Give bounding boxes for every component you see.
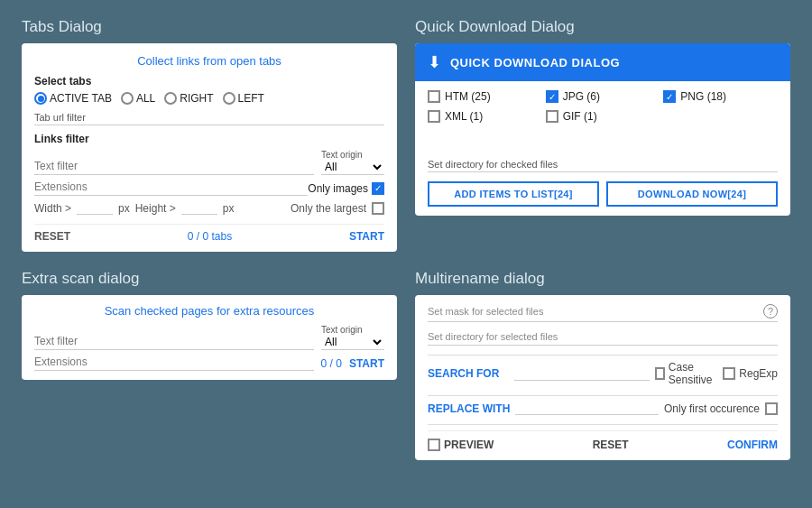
links-filter-label: Links filter xyxy=(34,133,384,145)
mr-confirm-button[interactable]: CONFIRM xyxy=(727,439,778,451)
mr-reset-button[interactable]: RESET xyxy=(593,439,629,451)
mr-replace-row: REPLACE WITH Only first occurence xyxy=(428,402,778,415)
png-checkbox[interactable]: ✓ xyxy=(663,90,676,103)
select-tabs-label: Select tabs xyxy=(34,75,384,88)
mr-search-row: SEARCH FOR Case Sensitive RegExp xyxy=(428,361,778,386)
text-filter-row: Text origin All URL Title Alt xyxy=(34,150,384,175)
jpg-label: JPG (6) xyxy=(563,90,600,103)
radio-right[interactable]: RIGHT xyxy=(164,92,213,105)
jpg-checkbox[interactable]: ✓ xyxy=(546,90,558,103)
search-for-label: SEARCH FOR xyxy=(428,367,509,380)
extensions-input[interactable]: Extensions xyxy=(34,180,308,196)
radio-circle-right xyxy=(164,92,177,105)
only-images-checkbox[interactable]: ✓ xyxy=(372,182,384,195)
preview-checkbox[interactable] xyxy=(428,439,440,451)
mr-bottom-row: PREVIEW RESET CONFIRM xyxy=(428,430,778,451)
htm-checkbox[interactable] xyxy=(428,90,440,103)
xml-label: XML (1) xyxy=(445,110,483,123)
xml-checkbox[interactable] xyxy=(428,110,440,123)
mr-help-icon[interactable]: ? xyxy=(763,304,778,319)
extra-start-button[interactable]: START xyxy=(349,357,384,370)
extra-extensions-row: Extensions 0 / 0 START xyxy=(34,356,384,371)
tabs-start-button[interactable]: START xyxy=(349,230,384,243)
preview-label: PREVIEW xyxy=(444,439,494,451)
radio-circle-left xyxy=(223,92,235,105)
text-origin-group: Text origin All URL Title Alt xyxy=(321,150,384,175)
extra-scan-box: Scan checked pages for extra resources T… xyxy=(22,295,397,380)
tab-select-radio-group: ACTIVE TAB ALL RIGHT LEFT xyxy=(34,92,384,105)
qd-file-types: HTM (25) ✓ JPG (6) ✓ PNG (18) XML (1) xyxy=(428,90,778,123)
qd-xml[interactable]: XML (1) xyxy=(428,110,542,123)
qd-png[interactable]: ✓ PNG (18) xyxy=(663,90,778,103)
tabs-dialog-box: Collect links from open tabs Select tabs… xyxy=(22,43,397,252)
mr-preview-item[interactable]: PREVIEW xyxy=(428,439,494,451)
gif-checkbox[interactable] xyxy=(546,110,558,123)
mr-directory-label: Set directory for selected files xyxy=(428,331,558,342)
tab-url-filter-input[interactable]: Tab url filter xyxy=(34,112,384,125)
mr-divider-2 xyxy=(428,395,778,396)
collect-links-label: Collect links from open tabs xyxy=(34,54,384,68)
tabs-reset-button[interactable]: RESET xyxy=(34,230,70,243)
regexp-label: RegExp xyxy=(739,367,778,380)
regexp-check[interactable]: RegExp xyxy=(723,367,778,380)
extensions-row: Extensions Only images ✓ xyxy=(34,180,384,196)
dimensions-row: Width > px Height > px Only the largest xyxy=(34,201,384,215)
radio-label-right: RIGHT xyxy=(180,92,213,105)
regexp-checkbox[interactable] xyxy=(723,367,735,380)
qd-directory-label: Set directory for checked files xyxy=(428,159,778,172)
only-first-checkbox[interactable] xyxy=(765,402,778,415)
extra-extensions-input[interactable]: Extensions xyxy=(34,356,314,371)
extra-text-origin-select[interactable]: All URL Title Alt xyxy=(321,335,384,350)
text-filter-input[interactable] xyxy=(34,160,314,175)
px-label-1: px xyxy=(118,202,130,215)
tabs-dialog-title: Tabs Dialog xyxy=(22,18,397,36)
radio-all[interactable]: ALL xyxy=(121,92,155,105)
radio-left[interactable]: LEFT xyxy=(223,92,264,105)
replace-with-label: REPLACE WITH xyxy=(428,402,510,415)
only-images-label: Only images xyxy=(308,182,368,195)
mr-mask-label: Set mask for selected files xyxy=(428,306,543,317)
extra-filter-row: Text origin All URL Title Alt xyxy=(34,325,384,350)
multirename-title: Multirename dialog xyxy=(415,270,790,288)
height-label: Height > xyxy=(135,202,176,215)
case-sensitive-check[interactable]: Case Sensitive xyxy=(655,361,717,386)
radio-active-tab[interactable]: ACTIVE TAB xyxy=(34,92,112,105)
mr-divider-3 xyxy=(428,424,778,425)
search-for-input[interactable] xyxy=(514,367,650,381)
case-sensitive-checkbox[interactable] xyxy=(655,367,665,380)
extra-scan-subtitle: Scan checked pages for extra resources xyxy=(34,304,384,318)
text-origin-select[interactable]: All URL Title Alt xyxy=(321,160,384,175)
extra-text-origin-label: Text origin xyxy=(321,325,363,335)
qd-gif[interactable]: GIF (1) xyxy=(546,110,660,123)
extra-text-origin-group: Text origin All URL Title Alt xyxy=(321,325,384,350)
mr-mask-field: Set mask for selected files ? xyxy=(428,304,778,322)
gif-label: GIF (1) xyxy=(563,110,597,123)
tabs-bottom-bar: RESET 0 / 0 tabs START xyxy=(34,224,384,243)
only-largest-label: Only the largest xyxy=(291,202,366,215)
radio-circle-all xyxy=(121,92,134,105)
png-label: PNG (18) xyxy=(680,90,726,103)
download-now-button[interactable]: DOWNLOAD NOW[24] xyxy=(606,181,778,207)
extra-text-filter-input[interactable] xyxy=(34,335,314,350)
qd-jpg[interactable]: ✓ JPG (6) xyxy=(546,90,660,103)
radio-label-all: ALL xyxy=(136,92,155,105)
height-input[interactable] xyxy=(181,201,217,215)
radio-circle-active xyxy=(34,92,47,105)
text-origin-label: Text origin xyxy=(321,150,363,160)
only-largest-checkbox[interactable] xyxy=(372,202,384,215)
extra-scan-title: Extra scan dialog xyxy=(22,270,397,288)
add-items-button[interactable]: ADD ITEMS TO LIST[24] xyxy=(428,181,599,207)
qd-header-title: QUICK DOWNLOAD DIALOG xyxy=(450,56,620,69)
width-input[interactable] xyxy=(77,201,113,215)
replace-with-input[interactable] xyxy=(515,402,659,415)
qd-htm[interactable]: HTM (25) xyxy=(428,90,542,103)
mr-divider-1 xyxy=(428,355,778,356)
radio-label-left: LEFT xyxy=(238,92,264,105)
download-icon: ⬇ xyxy=(428,52,441,72)
multirename-box: Set mask for selected files ? Set direct… xyxy=(415,295,790,460)
radio-label-active: ACTIVE TAB xyxy=(50,92,112,105)
only-first-label: Only first occurence xyxy=(664,402,760,415)
case-sensitive-label: Case Sensitive xyxy=(669,361,717,386)
tabs-counter: 0 / 0 tabs xyxy=(188,230,232,243)
mr-directory-field[interactable]: Set directory for selected files xyxy=(428,331,778,346)
